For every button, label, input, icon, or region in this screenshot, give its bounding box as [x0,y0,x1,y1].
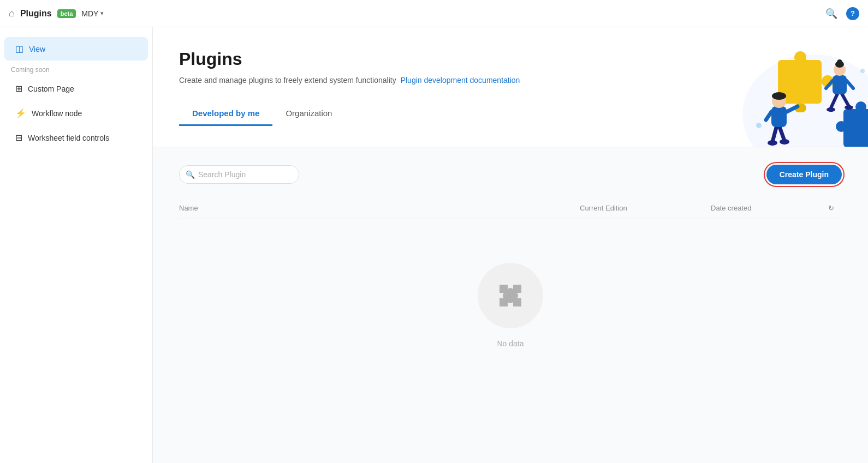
svg-rect-7 [836,121,847,132]
sidebar-section-coming-soon: Coming soon [0,62,152,76]
svg-rect-10 [771,106,787,127]
sidebar-item-label: Custom Page [28,85,74,93]
hero-illustration [682,27,868,147]
layout: ◫ View Coming soon ⊞ Custom Page ⚡ Workf… [0,27,868,463]
empty-state: No data [179,219,842,370]
empty-label: No data [497,339,524,348]
create-plugin-button[interactable]: Create Plugin [766,165,842,184]
main-content: Plugins Create and manage plugins to fre… [153,27,868,463]
hero-desc-text: Create and manage plugins to freely exte… [179,76,396,85]
sidebar-item-label: Worksheet field controls [28,134,109,142]
tab-organization[interactable]: Organization [272,102,345,126]
svg-rect-19 [833,75,847,94]
topnav: ⌂ Plugins beta MDY ▾ 🔍 ? [0,0,868,27]
search-icon[interactable]: 🔍 [825,8,837,20]
svg-point-22 [837,59,842,65]
home-icon[interactable]: ⌂ [9,8,15,19]
refresh-icon[interactable]: ↻ [820,204,842,212]
empty-icon-circle [478,263,543,328]
svg-point-12 [772,92,786,100]
sidebar-item-label: View [29,45,45,53]
svg-point-27 [756,123,762,128]
topnav-right: 🔍 ? [825,7,859,20]
col-header-date: Date created [711,204,820,212]
worksheet-icon: ⊟ [15,133,22,143]
chevron-down-icon: ▾ [100,10,104,17]
col-header-name: Name [179,204,580,212]
col-header-edition: Current Edition [580,204,711,212]
workflow-icon: ⚡ [15,108,26,118]
content-area: 🔍 Create Plugin Name Current Edition Dat… [153,147,868,387]
svg-point-28 [860,69,865,73]
svg-point-25 [827,107,835,112]
svg-point-26 [845,105,853,110]
svg-point-15 [768,140,777,146]
sidebar-item-view[interactable]: ◫ View [4,37,148,61]
search-input[interactable] [179,165,299,184]
hero-section: Plugins Create and manage plugins to fre… [153,27,868,147]
beta-badge: beta [57,9,76,18]
svg-rect-6 [855,101,866,112]
search-icon: 🔍 [186,170,195,179]
app-title: Plugins [20,9,52,19]
help-button[interactable]: ? [846,7,859,20]
workspace-selector[interactable]: MDY ▾ [81,9,104,18]
puzzle-icon-empty [494,279,527,312]
svg-rect-5 [843,109,868,147]
tab-developed-by-me[interactable]: Developed by me [179,102,272,126]
svg-rect-2 [794,51,806,63]
svg-point-16 [780,139,789,145]
workspace-name: MDY [81,9,98,18]
sidebar-item-label: Workflow node [32,109,82,118]
sidebar-item-workflow-node[interactable]: ⚡ Workflow node [4,101,148,125]
sidebar-item-worksheet-field[interactable]: ⊟ Worksheet field controls [4,126,148,149]
sidebar: ◫ View Coming soon ⊞ Custom Page ⚡ Workf… [0,27,153,463]
view-icon: ◫ [15,44,23,54]
search-wrapper: 🔍 [179,165,299,184]
custom-page-icon: ⊞ [15,83,22,94]
doc-link[interactable]: Plugin development documentation [401,76,520,85]
sidebar-item-custom-page[interactable]: ⊞ Custom Page [4,77,148,100]
table-header: Name Current Edition Date created ↻ [179,197,842,219]
toolbar: 🔍 Create Plugin [179,165,842,184]
